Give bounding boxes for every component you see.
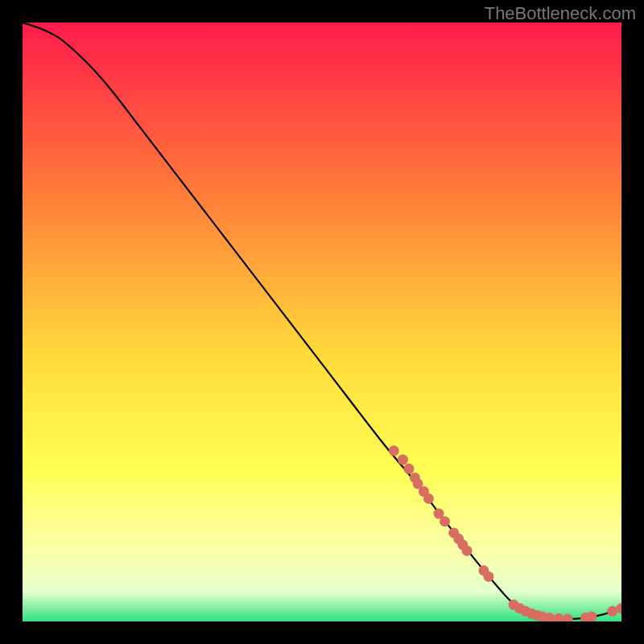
chart-frame: TheBottleneck.com xyxy=(0,0,644,644)
marker-point xyxy=(483,572,493,582)
chart-svg xyxy=(23,23,621,621)
marker-point xyxy=(423,493,434,504)
marker-point xyxy=(586,612,597,621)
marker-point xyxy=(440,516,450,526)
gradient-background xyxy=(23,23,621,621)
marker-point xyxy=(389,445,399,456)
marker-point xyxy=(607,606,617,617)
plot-area xyxy=(23,23,621,621)
marker-point xyxy=(403,464,414,474)
marker-point xyxy=(462,546,473,556)
marker-point xyxy=(398,455,408,465)
attribution-text: TheBottleneck.com xyxy=(485,3,636,24)
